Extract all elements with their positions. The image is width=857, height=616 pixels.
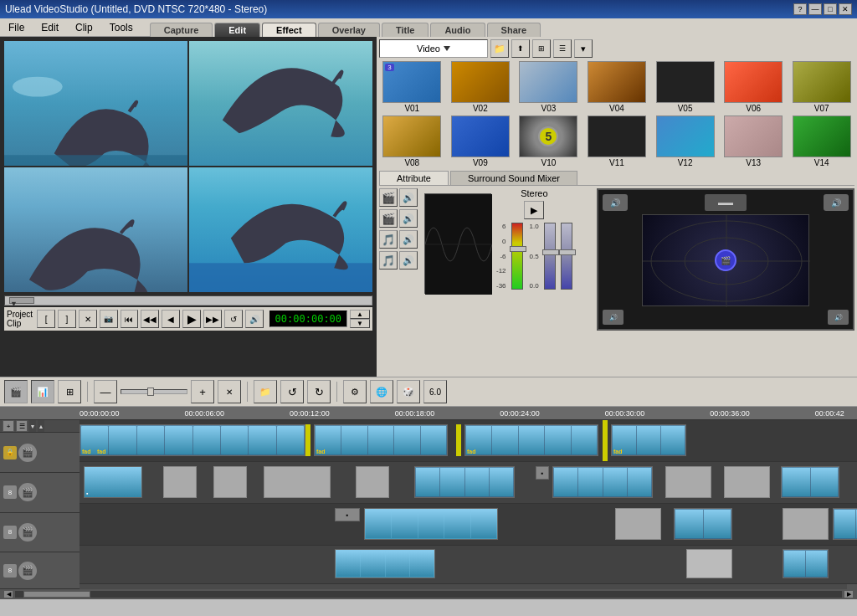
- btn-prev-frame[interactable]: ◀◀: [141, 310, 159, 328]
- clip-overlay2-4[interactable]: [783, 508, 829, 540]
- btn-tb-storyboard[interactable]: 🎬: [4, 380, 28, 403]
- btn-timeline-scroll-right[interactable]: ▶: [844, 590, 854, 598]
- btn-tb-undo[interactable]: ↺: [280, 380, 304, 403]
- close-button[interactable]: ✕: [839, 3, 852, 15]
- track-lock-overlay2[interactable]: 8: [3, 526, 17, 539]
- clip-overlay1-6[interactable]: [414, 466, 515, 498]
- zoom-slider[interactable]: [121, 389, 187, 394]
- track-lock-audio1[interactable]: 8: [3, 564, 17, 578]
- thumb-v08[interactable]: V08: [379, 116, 445, 167]
- thumb-v10[interactable]: 5 V10: [516, 116, 582, 167]
- thumb-v05[interactable]: V05: [652, 61, 718, 113]
- fader-r2[interactable]: [561, 223, 572, 298]
- attr-icon-audio-sound[interactable]: 🔊: [399, 251, 418, 270]
- attr-icon-video[interactable]: 🎬: [379, 188, 398, 207]
- btn-bracket-left[interactable]: [: [37, 310, 55, 328]
- clip-overlay1-7[interactable]: [552, 466, 653, 498]
- clip-overlay1-10[interactable]: [781, 466, 839, 498]
- thumb-v04[interactable]: V04: [584, 61, 650, 113]
- timeline-scroll-thumb[interactable]: [23, 591, 90, 598]
- clip-audio-2[interactable]: [686, 549, 732, 578]
- thumb-v03[interactable]: V03: [516, 61, 582, 113]
- preview-scrollbar[interactable]: ▼: [4, 295, 372, 305]
- clip-overlay2-2[interactable]: [615, 508, 661, 540]
- btn-rewind-start[interactable]: ⏮: [121, 310, 139, 328]
- btn-tb-capture[interactable]: 🌐: [370, 380, 393, 403]
- help-button[interactable]: ?: [793, 3, 807, 15]
- preview-scrollbar-thumb[interactable]: ▼: [9, 297, 34, 304]
- clip-overlay1-1[interactable]: ▪: [84, 466, 142, 498]
- btn-track-options[interactable]: ☰: [16, 420, 28, 432]
- btn-tb-zoom-in[interactable]: +: [191, 380, 214, 403]
- thumb-v13[interactable]: V13: [721, 116, 787, 167]
- attr-icon-audio-video[interactable]: 🔊: [399, 188, 418, 207]
- clip-video-4[interactable]: fad: [611, 424, 686, 456]
- clip-video-1[interactable]: fad fad: [80, 424, 305, 456]
- thumb-v07[interactable]: V07: [788, 61, 854, 113]
- thumb-v01[interactable]: 3 V01: [379, 61, 445, 113]
- btn-tb-record[interactable]: ⚙: [343, 380, 367, 403]
- thumb-v12[interactable]: V12: [652, 116, 718, 167]
- menu-clip[interactable]: Clip: [67, 20, 101, 35]
- clip-overlay1-3[interactable]: [213, 466, 247, 498]
- clip-video-3[interactable]: fad: [464, 424, 598, 456]
- attr-icon-audio-overlay[interactable]: 🔊: [399, 209, 418, 228]
- clip-overlay2-5[interactable]: [833, 508, 857, 540]
- surround-center-puck[interactable]: 🎬: [715, 249, 736, 271]
- clip-overlay1-8[interactable]: [665, 466, 711, 498]
- clip-overlay1-2[interactable]: [163, 466, 197, 498]
- btn-timecode-down[interactable]: ▼: [350, 319, 370, 328]
- btn-tb-volume[interactable]: 6.0: [423, 380, 447, 403]
- btn-snapshot[interactable]: 📷: [100, 310, 118, 328]
- btn-delete-clip[interactable]: ✕: [79, 310, 97, 328]
- menu-file[interactable]: File: [0, 20, 33, 35]
- attr-icon-music[interactable]: 🎵: [379, 230, 398, 249]
- tab-overlay[interactable]: Overlay: [318, 23, 380, 37]
- btn-tb-audio-mix[interactable]: ⊞: [58, 380, 81, 403]
- btn-bracket-right[interactable]: ]: [58, 310, 76, 328]
- attr-icon-overlay[interactable]: 🎬: [379, 209, 398, 228]
- btn-tb-zoom-out[interactable]: —: [94, 380, 117, 403]
- track-lock-video1[interactable]: 🔒: [3, 446, 17, 459]
- fader-r2-thumb[interactable]: [559, 249, 576, 255]
- audio-play-btn[interactable]: ▶: [524, 201, 544, 219]
- clip-overlay2-1[interactable]: [364, 508, 498, 540]
- btn-tb-fit[interactable]: ✕: [218, 380, 241, 403]
- btn-tb-insert-media[interactable]: 📁: [254, 380, 277, 403]
- attr-icon-sound[interactable]: 🎵: [379, 251, 398, 270]
- btn-timeline-scroll-left[interactable]: ◀: [3, 590, 13, 598]
- clip-audio-3[interactable]: [783, 549, 829, 578]
- btn-back-frame[interactable]: ◀: [162, 310, 180, 328]
- thumb-v06[interactable]: V06: [721, 61, 787, 113]
- tab-capture[interactable]: Capture: [150, 23, 213, 37]
- btn-repeat[interactable]: ↺: [224, 310, 243, 328]
- btn-more-options[interactable]: ▾: [574, 39, 593, 58]
- attr-icon-audio-music[interactable]: 🔊: [399, 230, 418, 249]
- thumb-v09[interactable]: V09: [448, 116, 514, 167]
- menu-edit[interactable]: Edit: [33, 20, 67, 35]
- clip-overlay1-5[interactable]: [356, 466, 389, 498]
- maximize-button[interactable]: □: [824, 3, 837, 15]
- fader-left[interactable]: [511, 223, 523, 298]
- thumb-v14[interactable]: V14: [788, 116, 854, 167]
- btn-import[interactable]: ⬆: [511, 39, 530, 58]
- tab-edit[interactable]: Edit: [214, 23, 260, 37]
- timeline-scroll-track[interactable]: [15, 591, 842, 598]
- speaker-icon-left[interactable]: 🔊: [603, 194, 628, 211]
- minimize-button[interactable]: —: [808, 3, 822, 15]
- btn-next-frame[interactable]: ▶▶: [203, 310, 222, 328]
- clip-overlay2-3[interactable]: [674, 508, 732, 540]
- fader-right[interactable]: [544, 223, 556, 298]
- btn-tb-fx[interactable]: 🎲: [397, 380, 420, 403]
- speaker-icon-right[interactable]: 🔊: [824, 194, 849, 211]
- menu-tools[interactable]: Tools: [101, 20, 141, 35]
- zoom-slider-thumb[interactable]: [147, 388, 154, 396]
- btn-add-track[interactable]: +: [3, 420, 14, 432]
- btn-tb-redo[interactable]: ↻: [307, 380, 331, 403]
- tab-title[interactable]: Title: [382, 23, 428, 37]
- fader-left-thumb[interactable]: [510, 246, 526, 252]
- tab-effect[interactable]: Effect: [262, 23, 316, 37]
- tab-share[interactable]: Share: [487, 23, 541, 37]
- speaker-icon-bl[interactable]: 🔊: [603, 310, 624, 325]
- btn-tb-timeline[interactable]: 📊: [31, 380, 54, 403]
